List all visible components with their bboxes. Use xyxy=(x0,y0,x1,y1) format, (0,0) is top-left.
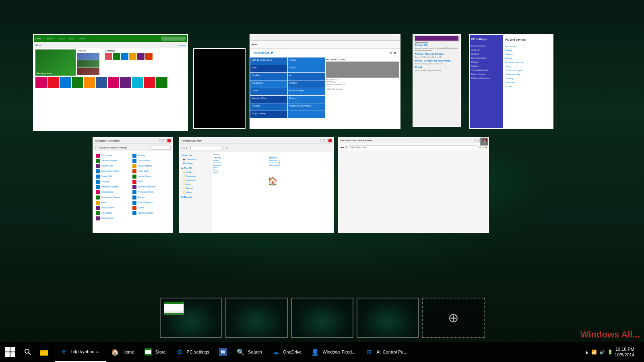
pcsettings-content: PC settings PC and devices Accounts SkyD… xyxy=(470,35,553,128)
ie-content: http://yahoo.com/ - Internet Explorer ⬅ … xyxy=(339,138,488,232)
taskbar-search-app-icon: 🔍 xyxy=(237,348,245,356)
taskbar-search-button[interactable] xyxy=(20,342,35,362)
taskbar-pcsettings[interactable]: ⚙ PC settings xyxy=(171,342,214,362)
taskbar-home-icon: 🏠 xyxy=(111,348,119,356)
taskbar-ie-label: http://yahoo.c... xyxy=(71,349,101,354)
home-sidebar: ☆ Favorites 📥 Downloads 🖥 Desktop 💻 This… xyxy=(180,152,212,232)
onedrive-titlebar xyxy=(250,35,400,41)
controlpanel-window[interactable]: ⊞ All Control Panel Ite... All Control P… xyxy=(93,137,173,233)
virtual-desktops: ⊕ xyxy=(0,294,644,342)
controlpanel-content: All Control Panel Items ↑ ↑ Adjust your … xyxy=(93,138,172,232)
taskbar-windows-feedback-icon: 👤 xyxy=(311,348,319,356)
controlpanel-titlebar: All Control Panel Items xyxy=(93,138,172,144)
home-window[interactable]: 🏠 Home File Home Share View ⬅ ➡ ⬆ xyxy=(179,137,334,233)
chevron-up-icon[interactable]: ▲ xyxy=(584,350,589,354)
pcsettings-left-panel: PC settings PC and devices Accounts SkyD… xyxy=(470,35,503,128)
taskbar-file-explorer[interactable] xyxy=(35,342,53,362)
taskbar-clock[interactable]: 10:18 PM 10/5/2014 xyxy=(615,346,634,358)
taskbar-windows-feedback-label: Windows Feed... xyxy=(322,350,355,354)
search-results-list: Windows 8/8... Windows 8 was announced b… xyxy=(413,42,460,74)
store-nav: Store Latest ▾ xyxy=(34,42,187,48)
svg-rect-6 xyxy=(145,350,151,354)
taskbar-windows-feedback[interactable]: 👤 Windows Feed... xyxy=(306,342,360,362)
onedrive-window[interactable]: ☁ OneDrive ⬅ ➡ OneDrive ▾ ⊙ ⊗ 2015 Books… xyxy=(250,34,400,129)
search-icon xyxy=(24,348,31,356)
taskbar-store-icon xyxy=(144,348,152,356)
controlpanel-items: Action Center AutoPlay Credential Manage… xyxy=(93,151,172,223)
taskbar-onedrive-label: OneDrive xyxy=(283,350,301,354)
taskbar-home-label: Home xyxy=(122,350,134,354)
virtual-desktop-3[interactable] xyxy=(291,298,353,338)
svg-point-0 xyxy=(25,349,29,353)
search-app-top: windowsmedia xyxy=(413,35,460,42)
taskbar-store-label: Store xyxy=(155,350,166,354)
store-window[interactable]: 🛍 Store Store Featured Games Music Movie… xyxy=(33,34,188,131)
taskview-container: 🛍 Store Store Featured Games Music Movie… xyxy=(0,0,644,330)
svg-line-1 xyxy=(29,353,31,355)
svg-rect-4 xyxy=(40,350,43,352)
taskbar-onedrive[interactable]: ☁ OneDrive xyxy=(267,342,306,362)
taskbar-divider-1 xyxy=(54,346,54,358)
battery-icon: 🔋 xyxy=(607,350,613,355)
store-body: Next great game Top Free Collection xyxy=(34,48,187,90)
home-titlebar: File Home Share View xyxy=(180,138,333,144)
windows-window[interactable]: ⊞ Window... xyxy=(193,48,246,129)
home-toolbar: ⬅ ➡ ⬆ 🔍 xyxy=(180,144,333,152)
ie-titlebar: http://yahoo.com/ - Internet Explorer xyxy=(339,138,488,143)
taskbar-controlpanel-icon: ⊞ xyxy=(365,348,373,356)
system-tray-icons: ▲ 📶 🔊 🔋 xyxy=(584,350,613,355)
taskbar-pcsettings-label: PC settings xyxy=(187,350,209,354)
taskbar-pcsettings-icon: ⚙ xyxy=(175,348,184,356)
taskbar-search-app-label: Search xyxy=(248,350,262,354)
svg-rect-7 xyxy=(146,349,147,350)
ie-close-button[interactable]: ✕ xyxy=(480,137,489,146)
store-bar: Store Featured Games Music Movies xyxy=(34,35,187,42)
file-explorer-icon xyxy=(40,348,48,356)
start-button[interactable] xyxy=(0,342,20,362)
windows-content xyxy=(194,49,245,128)
volume-icon: 🔊 xyxy=(599,350,605,355)
taskbar-store[interactable]: Store xyxy=(139,342,171,362)
svg-rect-8 xyxy=(149,349,150,350)
pcsettings-window[interactable]: ⚙ PC settings PC settings PC and devices… xyxy=(469,34,553,129)
taskbar-onedrive-icon: ☁ xyxy=(272,348,280,356)
taskbar-word-icon: W xyxy=(219,348,227,356)
onedrive-toolbar: ⬅ ➡ xyxy=(250,41,400,49)
taskbar-controlpanel[interactable]: ⊞ All Control Pa... xyxy=(360,342,412,362)
taskbar-search-app[interactable]: 🔍 Search xyxy=(232,342,267,362)
ie-toolbar: ⬅ ➡ 🔄 http://yahoo.com/ 🔍 ⭐ ⚙ xyxy=(339,143,488,151)
search-app-window[interactable]: 🔍 Search windowsmedia Windows 8/8... Win… xyxy=(413,34,461,127)
home-content: File Home Share View ⬅ ➡ ⬆ 🔍 ☆ xyxy=(180,138,333,232)
onedrive-body: 2015 Books to Android Images Work Source… xyxy=(250,58,400,122)
new-desktop-button[interactable]: ⊕ xyxy=(422,298,485,338)
start-icon xyxy=(5,347,15,357)
ie-body xyxy=(339,151,488,232)
taskbar-system-tray: ▲ 📶 🔊 🔋 10:18 PM 10/5/2014 xyxy=(584,346,644,358)
taskbar-controlpanel-label: All Control Pa... xyxy=(376,350,407,354)
home-main-content: Home › This PC Desktop Documents Downloa… xyxy=(212,152,333,232)
new-desktop-icon: ⊕ xyxy=(448,310,459,325)
clock-time: 10:18 PM xyxy=(615,346,634,352)
taskbar-ie-icon: e xyxy=(60,348,68,356)
taskbar-ie[interactable]: e http://yahoo.c... xyxy=(55,342,106,362)
network-icon: 📶 xyxy=(591,350,597,355)
onedrive-header: OneDrive ▾ ⊙ ⊗ xyxy=(250,49,400,58)
virtual-desktop-4[interactable] xyxy=(357,298,419,338)
taskbar: e http://yahoo.c... 🏠 Home Store ⚙ PC se… xyxy=(0,342,644,362)
onedrive-content: ⬅ ➡ OneDrive ▾ ⊙ ⊗ 2015 Books to Android… xyxy=(250,35,400,128)
watermark: Windows All... xyxy=(580,329,640,340)
store-content: Store Featured Games Music Movies Store … xyxy=(34,35,187,130)
home-body: ☆ Favorites 📥 Downloads 🖥 Desktop 💻 This… xyxy=(180,152,333,232)
search-app-content: windowsmedia Windows 8/8... Windows 8 wa… xyxy=(413,35,460,126)
clock-date: 10/5/2014 xyxy=(615,352,634,358)
virtual-desktop-1[interactable] xyxy=(160,298,222,338)
pcsettings-right-panel: PC and devices Lock screen Display Bluet… xyxy=(503,35,553,128)
taskbar-word[interactable]: W xyxy=(214,342,232,362)
controlpanel-toolbar: ↑ ↑ Adjust your computer's settings xyxy=(93,144,172,151)
taskbar-home[interactable]: 🏠 Home xyxy=(106,342,139,362)
virtual-desktop-2[interactable] xyxy=(225,298,288,338)
ie-window[interactable]: e http://yahoo.com/ - Internet Explorer … xyxy=(338,137,489,233)
